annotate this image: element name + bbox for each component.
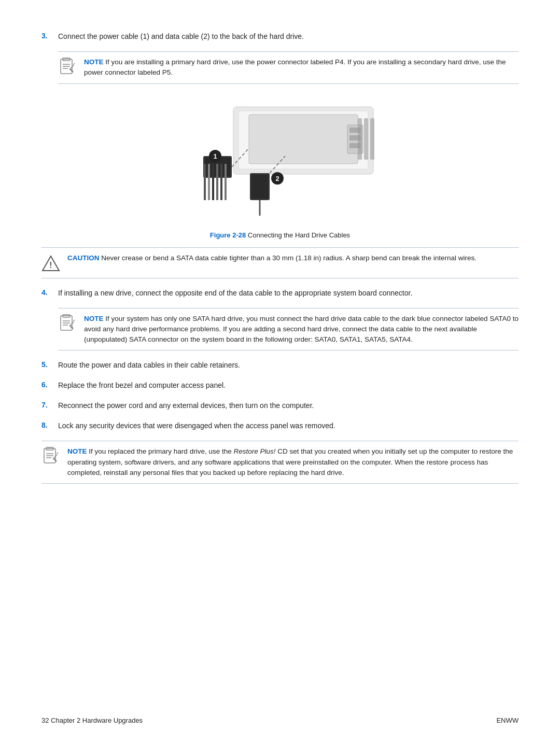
figure-label: Figure 2-28 xyxy=(210,231,246,239)
note-1-label: NOTE xyxy=(84,58,104,66)
svg-line-7 xyxy=(73,63,75,65)
caution-1-content: Never crease or bend a SATA data cable t… xyxy=(101,254,477,262)
figure-28: 1 2 Figure 2-28 Connecting the Hard Driv… xyxy=(41,96,519,239)
svg-marker-51 xyxy=(53,458,57,462)
step-5-text: Route the power and data cables in their… xyxy=(58,360,519,371)
note-box-2: NOTE If your system has only one SATA ha… xyxy=(58,308,519,351)
step-7-text: Reconnect the power cord and any externa… xyxy=(58,400,519,411)
svg-text:1: 1 xyxy=(213,152,217,160)
svg-marker-6 xyxy=(69,68,74,73)
step-3-text: Connect the power cable (1) and data cab… xyxy=(58,31,519,42)
note-1-content: If you are installing a primary hard dri… xyxy=(84,58,506,76)
hard-drive-illustration: 1 2 xyxy=(171,96,389,231)
step-6-number: 6. xyxy=(41,380,58,389)
svg-text:!: ! xyxy=(49,261,52,270)
svg-line-44 xyxy=(73,320,75,321)
step-6-text: Replace the front bezel and computer acc… xyxy=(58,380,519,391)
step-8: 8. Lock any security devices that were d… xyxy=(41,420,519,431)
note-3-text: NOTE If you replaced the primary hard dr… xyxy=(67,446,519,478)
note-1-text: NOTE If you are installing a primary har… xyxy=(84,57,519,78)
svg-line-42 xyxy=(69,322,74,326)
note-2-text: NOTE If your system has only one SATA ha… xyxy=(84,314,519,345)
footer: 32 Chapter 2 Hardware Upgrades ENWW xyxy=(41,716,519,724)
step-8-text: Lock any security devices that were dise… xyxy=(58,420,519,431)
note-icon-1 xyxy=(58,57,78,77)
step-4: 4. If installing a new drive, connect th… xyxy=(41,288,519,299)
caution-icon-1: ! xyxy=(41,253,61,273)
note-box-3: NOTE If you replaced the primary hard dr… xyxy=(41,441,519,484)
note-icon-3 xyxy=(41,446,61,466)
step-5-number: 5. xyxy=(41,360,58,369)
svg-text:2: 2 xyxy=(275,175,279,182)
step-7: 7. Reconnect the power cord and any exte… xyxy=(41,400,519,411)
step-5: 5. Route the power and data cables in th… xyxy=(41,360,519,371)
step-4-text: If installing a new drive, connect the o… xyxy=(58,288,519,299)
svg-marker-43 xyxy=(69,325,74,329)
step-3-number: 3. xyxy=(41,31,58,40)
caution-box-1: ! CAUTION Never crease or bend a SATA da… xyxy=(41,247,519,278)
svg-line-50 xyxy=(53,455,57,459)
svg-rect-16 xyxy=(364,118,368,160)
step-4-number: 4. xyxy=(41,288,58,297)
step-7-number: 7. xyxy=(41,400,58,409)
svg-rect-15 xyxy=(358,118,362,160)
note-box-1: NOTE If you are installing a primary har… xyxy=(58,51,519,84)
footer-right: ENWW xyxy=(496,716,519,724)
note-3-italic: Restore Plus! xyxy=(233,447,275,455)
svg-rect-28 xyxy=(251,175,268,199)
step-3: 3. Connect the power cable (1) and data … xyxy=(41,31,519,42)
note-2-content: If your system has only one SATA hard dr… xyxy=(84,315,519,344)
caution-1-label: CAUTION xyxy=(67,254,100,262)
footer-left: 32 Chapter 2 Hardware Upgrades xyxy=(41,716,143,724)
note-2-label: NOTE xyxy=(84,315,104,322)
note-3-before: If you replaced the primary hard drive, … xyxy=(89,447,233,455)
svg-rect-17 xyxy=(370,118,374,160)
figure-28-caption: Figure 2-28 Connecting the Hard Drive Ca… xyxy=(210,231,350,239)
step-6: 6. Replace the front bezel and computer … xyxy=(41,380,519,391)
figure-caption-text: Connecting the Hard Drive Cables xyxy=(248,231,350,239)
step-8-number: 8. xyxy=(41,420,58,429)
note-icon-2 xyxy=(58,314,78,333)
svg-line-52 xyxy=(57,453,58,454)
svg-rect-10 xyxy=(249,115,358,164)
note-3-label: NOTE xyxy=(67,447,87,455)
caution-1-text: CAUTION Never crease or bend a SATA data… xyxy=(67,253,477,263)
